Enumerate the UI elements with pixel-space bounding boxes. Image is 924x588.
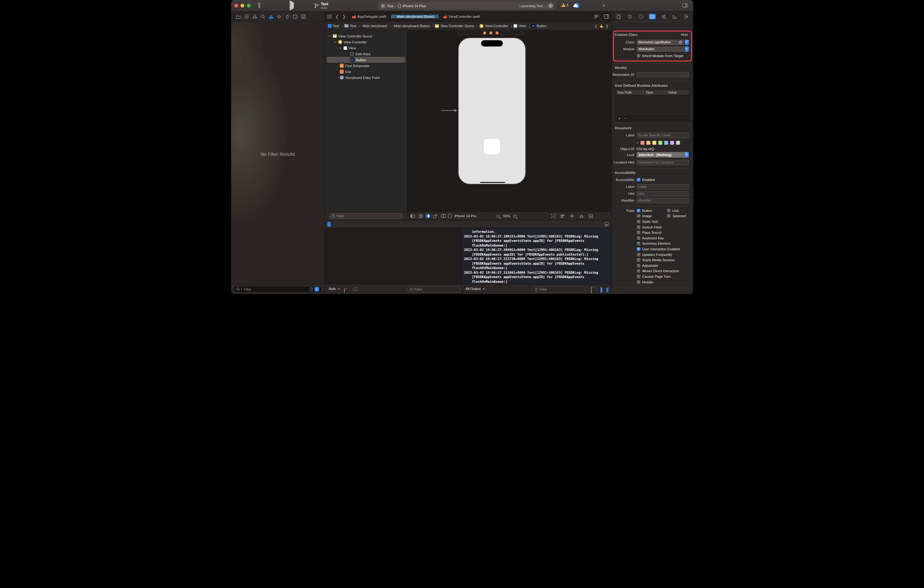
outline-filter-input[interactable] <box>337 214 400 218</box>
toggle-navigator-icon[interactable] <box>259 3 259 8</box>
disclosure-chevron-icon[interactable] <box>339 46 342 49</box>
color-swatch[interactable] <box>664 141 668 145</box>
issues-indicator[interactable]: 1 <box>561 3 569 7</box>
issue-navigator-icon-selected[interactable] <box>267 13 275 20</box>
trait-checkbox[interactable] <box>637 253 640 256</box>
breadcrumb-item[interactable]: Test › <box>345 24 361 28</box>
outline-row[interactable]: Exit <box>327 69 406 74</box>
trait-checkbox[interactable] <box>637 241 640 245</box>
trait-checkbox[interactable] <box>637 275 640 278</box>
outline-row[interactable]: View Controller <box>327 39 406 45</box>
breadcrumb-item[interactable]: Test › <box>328 24 345 28</box>
class-combo-field[interactable]: BiometricLoginButton → <box>637 40 684 45</box>
color-swatch[interactable] <box>658 141 662 145</box>
console-output-mode[interactable]: All Output ▲▼ <box>466 287 485 291</box>
color-swatch[interactable] <box>652 141 656 145</box>
hide-section-button[interactable]: Hide <box>681 33 688 36</box>
update-frames-icon[interactable] <box>550 213 556 219</box>
trait-checkbox[interactable] <box>637 264 640 268</box>
module-dropdown-stepper[interactable]: ▼ <box>685 46 689 52</box>
trait-checkbox[interactable] <box>667 214 671 218</box>
forward-button[interactable]: ❯ <box>340 12 348 21</box>
lock-popup-button[interactable]: Inherited - (Nothing) ▲▼ <box>637 152 689 158</box>
activity-count-badge[interactable]: 2 <box>548 3 553 8</box>
console-filter-input[interactable] <box>540 287 583 291</box>
filter-issues-icon[interactable]: ✕ <box>314 287 319 291</box>
outline-filter-field[interactable] <box>329 213 403 219</box>
trait-checkbox[interactable] <box>667 209 671 213</box>
column-value[interactable]: Value <box>666 91 689 94</box>
scheme-selector[interactable]: A Test › iPhone 14 Plus Launching Test..… <box>378 2 556 10</box>
trait-checkbox[interactable] <box>637 225 640 229</box>
resolve-autolayout-icon[interactable] <box>578 213 584 219</box>
navigator-filter-input[interactable] <box>244 287 307 291</box>
help-inspector-icon[interactable]: ? <box>638 14 645 19</box>
console-output[interactable]: information. 2023-03-02 19:06:27.189151+… <box>462 228 612 284</box>
variables-view-mode[interactable]: Auto ▲▼ <box>329 287 340 291</box>
breakpoint-navigator-icon[interactable] <box>292 13 299 20</box>
report-navigator-icon[interactable] <box>300 13 307 20</box>
appearance-toggle-icon[interactable] <box>426 214 430 218</box>
localizer-hint-input[interactable] <box>637 160 689 165</box>
accessibility-enabled-checkbox[interactable] <box>637 178 640 182</box>
variables-view[interactable] <box>325 228 462 284</box>
disclosure-chevron-icon[interactable] <box>335 76 338 79</box>
color-swatch[interactable] <box>670 141 674 145</box>
variables-filter-input[interactable] <box>414 287 458 291</box>
class-dropdown-stepper[interactable]: ▼ <box>685 40 689 45</box>
first-responder-dock-icon[interactable]: 1 <box>490 31 492 34</box>
project-navigator-icon[interactable] <box>235 13 243 20</box>
orientation-icon[interactable] <box>432 213 438 219</box>
breadcrumb-item[interactable]: Main.storyboard (Base) › <box>393 24 435 28</box>
trait-checkbox[interactable] <box>637 214 640 218</box>
remove-attribute-button[interactable]: − <box>624 116 626 121</box>
column-key-path[interactable]: Key Path <box>616 91 643 94</box>
navigator-divider[interactable] <box>324 12 325 294</box>
view-controller-dock-icon[interactable] <box>483 31 486 34</box>
accessibility-label-input[interactable] <box>637 184 689 190</box>
inherit-module-checkbox[interactable] <box>637 54 640 58</box>
variables-filter-field[interactable] <box>407 286 461 292</box>
restoration-id-input[interactable] <box>637 72 689 78</box>
breadcrumb-item[interactable]: View › <box>513 24 531 28</box>
debug-view-hierarchy-icon[interactable] <box>327 222 331 226</box>
outline-row[interactable]: View Controller Scene <box>327 33 406 39</box>
color-swatch[interactable] <box>640 141 645 145</box>
accessibility-preview-icon[interactable] <box>418 213 424 219</box>
xcode-cloud-icon[interactable] <box>574 3 579 8</box>
debug-navigator-icon[interactable] <box>284 13 291 20</box>
trait-checkbox[interactable] <box>637 236 640 240</box>
outline-canvas-divider[interactable] <box>407 30 408 220</box>
related-items-icon[interactable] <box>325 12 334 21</box>
add-editor-icon[interactable] <box>601 12 612 21</box>
recent-files-icon[interactable] <box>309 287 313 291</box>
device-selector-icon[interactable] <box>448 214 451 218</box>
biometric-login-button-view[interactable] <box>483 139 500 155</box>
identity-inspector-icon-selected[interactable] <box>649 14 656 19</box>
editor-options-icon[interactable] <box>592 12 601 21</box>
split-view-icon[interactable] <box>440 213 446 219</box>
zoom-level[interactable]: 55% <box>503 214 510 218</box>
show-variables-pane-icon[interactable] <box>601 287 601 293</box>
editor-tab[interactable]: AppDelegate.swift <box>348 15 391 18</box>
color-swatch[interactable] <box>676 141 680 145</box>
quicklook-icon[interactable] <box>344 287 345 293</box>
accessibility-identifier-input[interactable] <box>637 198 689 203</box>
clear-console-icon[interactable] <box>591 287 592 293</box>
add-constraints-icon[interactable] <box>569 213 575 219</box>
show-console-pane-icon[interactable] <box>608 287 608 293</box>
editor-tab[interactable]: ViewController.swift <box>439 15 485 18</box>
add-attribute-button[interactable]: + <box>618 116 621 121</box>
back-button[interactable]: ❮ <box>334 12 340 21</box>
navigator-filter-field[interactable]: ▾ ✕ <box>234 286 322 292</box>
embed-icon[interactable] <box>588 213 594 219</box>
disclosure-chevron-icon[interactable] <box>328 35 331 38</box>
close-window-button[interactable] <box>234 4 238 8</box>
disclosure-chevron-icon[interactable] <box>334 41 337 43</box>
accessibility-hint-input[interactable] <box>637 191 689 196</box>
breadcrumb-item[interactable]: View Controller › <box>480 24 513 28</box>
runtime-attributes-table-body[interactable] <box>616 95 689 116</box>
file-inspector-icon[interactable] <box>615 14 622 19</box>
jump-to-class-icon[interactable]: → <box>679 41 682 44</box>
zoom-window-button[interactable] <box>247 4 251 8</box>
